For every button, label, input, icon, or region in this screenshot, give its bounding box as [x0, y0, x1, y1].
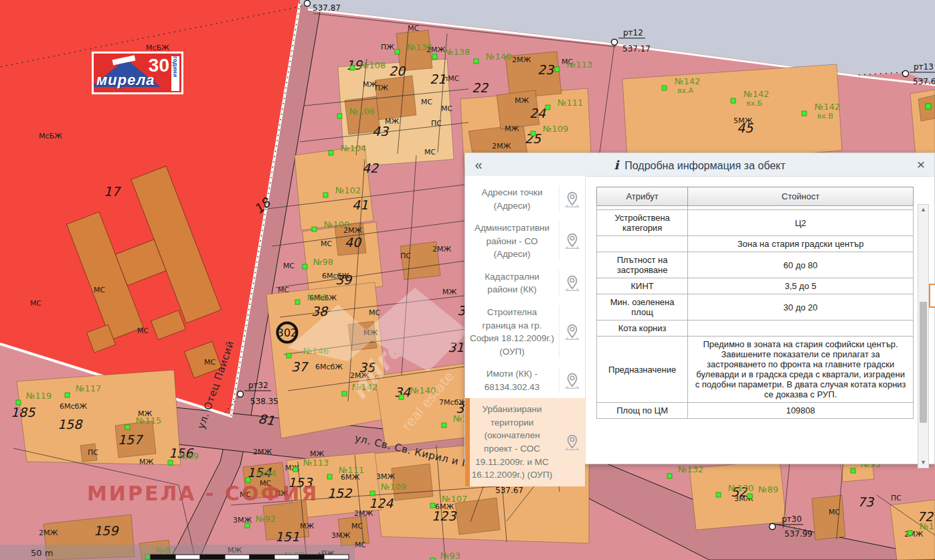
map-pin-icon	[564, 323, 581, 341]
building-type-label: МЖ	[139, 458, 153, 466]
layer-menu-item-4[interactable]: Имоти (КК) - 68134.302.43	[465, 363, 585, 398]
building-type-label: пМС	[443, 74, 460, 83]
building-type-label: МС	[369, 308, 380, 317]
building-type-label: МС	[355, 541, 366, 549]
address-number-label: №132	[678, 464, 703, 474]
address-marker	[474, 59, 479, 64]
svg-text:50 m: 50 m	[31, 548, 53, 558]
building-type-label: МС	[351, 522, 363, 531]
survey-point-icon	[612, 39, 618, 45]
survey-point-elevation: 537.17	[622, 44, 651, 54]
address-marker	[125, 425, 130, 430]
building-type-label: МС	[204, 358, 216, 367]
building-type-label: МС	[424, 148, 436, 157]
survey-point-name: рт12	[623, 28, 643, 37]
address-marker	[545, 105, 550, 110]
address-number-label: №98	[313, 257, 333, 267]
layer-menu-item-1[interactable]: Административни райони - СО (Адреси)	[465, 217, 585, 266]
panel-collapse-button[interactable]: «	[465, 157, 492, 173]
building-type-label: 2МЖ	[39, 529, 58, 537]
map-pin-icon	[564, 274, 581, 292]
attribute-table: Атрибут Стойност Устройствена категорияЦ…	[596, 187, 914, 419]
building-type-label: 3МЖ	[376, 472, 395, 481]
address-number-label: №102	[335, 185, 361, 195]
survey-point-icon	[770, 524, 776, 530]
value-column-header: Стойност	[688, 187, 914, 206]
street-name-label: 81	[257, 411, 275, 428]
layer-menu-item-2[interactable]: Кадастрални райони (КК)	[465, 266, 585, 301]
address-number-label: №119	[26, 391, 52, 401]
attribute-cell: Мин. озеленена площ	[597, 294, 688, 320]
building-type-label: 6МсбЖ	[315, 363, 343, 371]
layer-menu: Адресни точки (Адреси)Административни ра…	[465, 176, 586, 464]
address-number-label: №128	[920, 521, 935, 531]
address-number-label: №138	[444, 47, 470, 57]
map-pin-icon	[564, 191, 581, 208]
address-number-label: №108	[360, 60, 386, 70]
survey-point-elevation: 537.67	[495, 486, 523, 495]
building-type-label: 3МЖ	[331, 531, 350, 540]
parcel-number: 17	[104, 184, 121, 199]
address-number-label: №142	[675, 76, 700, 86]
address-number-label: №140	[486, 52, 511, 62]
address-number-label: №89	[179, 451, 199, 461]
survey-point-elevation: 537.63	[913, 77, 935, 86]
value-cell: Предимно в зоната на стария софийски цен…	[688, 337, 914, 403]
address-marker	[442, 423, 446, 428]
parcel-number: 158	[58, 417, 83, 432]
address-marker	[851, 468, 855, 473]
table-row: Кота корниз	[597, 320, 914, 337]
building-type-label: ПС	[88, 448, 98, 457]
building-type-label: ПС	[400, 252, 411, 260]
building-type-label: 2МЖ	[432, 245, 451, 254]
panel-title-text: Подробна информация за обект	[624, 160, 785, 171]
address-marker	[395, 50, 400, 54]
address-marker	[667, 474, 672, 478]
parcel-number: 159	[94, 523, 119, 538]
scrollbar-thumb[interactable]	[920, 302, 927, 423]
attribute-cell: Плътност на застрояване	[597, 252, 688, 278]
layer-menu-item-5[interactable]: Урбанизирани територии (окончателен прое…	[465, 398, 585, 486]
survey-point-icon	[305, 1, 311, 7]
address-entrance-label: вх.Б	[746, 99, 762, 108]
address-number-label: №111	[558, 98, 583, 108]
scroll-down-icon[interactable]: ▼	[918, 458, 928, 468]
scroll-up-icon[interactable]: ▲	[918, 205, 928, 215]
watermark-text: МИРЕЛА - СОФИЯ	[87, 482, 319, 505]
building-type-label: 2МЖ	[253, 448, 272, 456]
object-info-panel: « iПодробна информация за обект × Адресн…	[464, 153, 935, 464]
panel-close-button[interactable]: ×	[908, 157, 934, 173]
building-type-label: МС	[137, 326, 149, 335]
value-cell: 109808	[688, 403, 914, 419]
layer-menu-item-label: Кадастрални райони (КК)	[465, 270, 559, 296]
address-marker	[245, 523, 250, 528]
attribute-cell: Устройствена категория	[597, 210, 688, 236]
survey-point-name: рт13	[914, 62, 934, 72]
parcel-number: 185	[11, 405, 35, 419]
parcel-number: 151	[275, 529, 299, 544]
selected-region-number: 302	[277, 326, 298, 339]
building-type-label: МС	[278, 286, 289, 294]
building-type-label: МС	[441, 104, 452, 113]
layer-menu-item-0[interactable]: Адресни точки (Адреси)	[465, 181, 585, 217]
address-number-label: №115	[136, 415, 161, 426]
edge-partial-control[interactable]	[929, 284, 935, 308]
address-marker	[342, 391, 347, 396]
layer-menu-item-label: Строителна граница на гр. София 18.12.20…	[465, 306, 559, 358]
address-entrance-label: вх.В	[817, 112, 833, 120]
survey-point-icon	[238, 391, 244, 397]
table-scrollbar[interactable]: ▲ ▼	[918, 204, 929, 468]
attribute-cell: Предназначение	[597, 337, 688, 403]
address-marker	[370, 491, 375, 496]
table-row: Плътност на застрояване60 до 80	[597, 252, 914, 278]
value-cell: Ц2	[688, 210, 914, 236]
address-marker	[662, 86, 667, 90]
building-type-label: МС	[829, 508, 840, 517]
building-type-label: МЖ	[385, 117, 399, 126]
attribute-cell: Кота корниз	[597, 320, 688, 337]
address-marker	[16, 400, 21, 405]
mirela-logo: мирела 30 години	[92, 52, 183, 94]
address-marker	[731, 98, 736, 103]
layer-menu-item-label: Административни райони - СО (Адреси)	[465, 221, 559, 261]
layer-menu-item-3[interactable]: Строителна граница на гр. София 18.12.20…	[465, 301, 585, 363]
